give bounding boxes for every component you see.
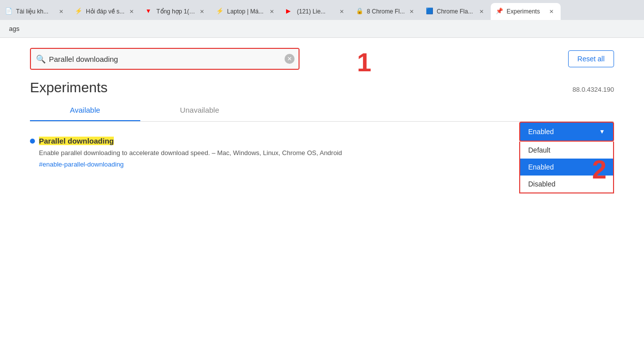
tab-tai-lieu[interactable]: 📄 Tài liệu kh... ✕ xyxy=(0,3,70,20)
version-text: 88.0.4324.190 xyxy=(573,80,614,93)
tab-chrome-flags[interactable]: 🔒 8 Chrome Fl... ✕ xyxy=(351,3,421,20)
page-label: ags xyxy=(5,25,23,32)
tab-unavailable[interactable]: Unavailable xyxy=(140,100,259,121)
tab-hoi-dap[interactable]: ⚡ Hỏi đáp về s... ✕ xyxy=(70,3,140,20)
tab-title-7: Chrome Fla... xyxy=(437,8,475,15)
tab-favicon-4: ⚡ xyxy=(216,7,224,15)
tab-experiments[interactable]: 📌 Experiments ✕ xyxy=(491,3,561,20)
flag-item-parallel-downloading: Parallel downloading Enable parallel dow… xyxy=(30,122,614,178)
search-box-wrapper: 🔍 ✕ xyxy=(30,48,300,70)
tab-title-4: Laptop | Má... xyxy=(227,8,265,15)
clear-search-button[interactable]: ✕ xyxy=(285,54,295,64)
experiments-header: Experiments 88.0.4324.190 xyxy=(30,75,614,100)
tab-close-4[interactable]: ✕ xyxy=(268,7,276,15)
tab-favicon-3: ▼ xyxy=(145,7,153,15)
tab-close-6[interactable]: ✕ xyxy=(408,7,416,15)
flag-description: Enable parallel downloading to accelerat… xyxy=(39,148,378,159)
tab-close-8[interactable]: ✕ xyxy=(548,7,556,15)
flag-name: Parallel downloading xyxy=(39,137,114,145)
tab-tong-hop[interactable]: ▼ Tổng hợp 1(… ✕ xyxy=(140,3,211,20)
tab-title-3: Tổng hợp 1(… xyxy=(156,8,195,15)
flags-tabs-row: Available Unavailable xyxy=(30,100,614,122)
chevron-down-icon: ▼ xyxy=(599,128,605,135)
tab-laptop[interactable]: ⚡ Laptop | Má... ✕ xyxy=(211,3,281,20)
experiments-title: Experiments xyxy=(30,80,108,96)
tab-youtube[interactable]: ▶ (121) Lie... ✕ xyxy=(281,3,351,20)
reset-all-button[interactable]: Reset all xyxy=(568,50,614,67)
tab-close-3[interactable]: ✕ xyxy=(198,7,206,15)
tab-favicon-2: ⚡ xyxy=(75,7,83,15)
flag-status-dot xyxy=(30,139,35,144)
flag-dropdown-button[interactable]: Enabled ▼ xyxy=(519,122,614,142)
search-section: 🔍 ✕ Reset all xyxy=(30,38,614,75)
tab-close-7[interactable]: ✕ xyxy=(478,7,486,15)
tab-chrome-flag[interactable]: 🟦 Chrome Fla... ✕ xyxy=(421,3,491,20)
tab-available[interactable]: Available xyxy=(30,100,140,121)
tab-title-2: Hỏi đáp về s... xyxy=(86,8,124,15)
tab-favicon-5: ▶ xyxy=(286,7,294,15)
tab-close-2[interactable]: ✕ xyxy=(127,7,135,15)
tab-title-1: Tài liệu kh... xyxy=(16,8,54,15)
tab-title-5: (121) Lie... xyxy=(297,8,335,15)
tab-close-1[interactable]: ✕ xyxy=(57,7,65,15)
flag-anchor-link[interactable]: #enable-parallel-downloading xyxy=(39,161,519,168)
tab-close-5[interactable]: ✕ xyxy=(338,7,346,15)
tab-favicon-6: 🔒 xyxy=(356,7,364,15)
tab-bar: 📄 Tài liệu kh... ✕ ⚡ Hỏi đáp về s... ✕ ▼… xyxy=(0,0,644,20)
flag-control: Enabled ▼ Default Enabled Disabled xyxy=(519,122,614,142)
flag-dropdown-wrapper: Enabled ▼ Default Enabled Disabled xyxy=(519,122,614,142)
search-icon: 🔍 xyxy=(36,54,46,64)
main-content: 🔍 ✕ Reset all Experiments 88.0.4324.190 … xyxy=(0,38,644,178)
tab-title-8: Experiments xyxy=(507,8,545,15)
tab-favicon-7: 🟦 xyxy=(426,7,434,15)
dropdown-selected-value: Enabled xyxy=(528,128,554,136)
search-input[interactable] xyxy=(31,49,299,69)
flag-name-row: Parallel downloading xyxy=(30,137,519,145)
flag-info: Parallel downloading Enable parallel dow… xyxy=(30,137,519,168)
tab-title-6: 8 Chrome Fl... xyxy=(367,8,405,15)
annotation-number-1: 1 xyxy=(357,47,371,77)
address-bar: ags xyxy=(0,20,644,38)
tab-favicon-8: 📌 xyxy=(496,7,504,15)
annotation-number-2: 2 xyxy=(592,155,607,184)
tab-favicon-1: 📄 xyxy=(5,7,13,15)
flag-row: Parallel downloading Enable parallel dow… xyxy=(30,137,614,168)
